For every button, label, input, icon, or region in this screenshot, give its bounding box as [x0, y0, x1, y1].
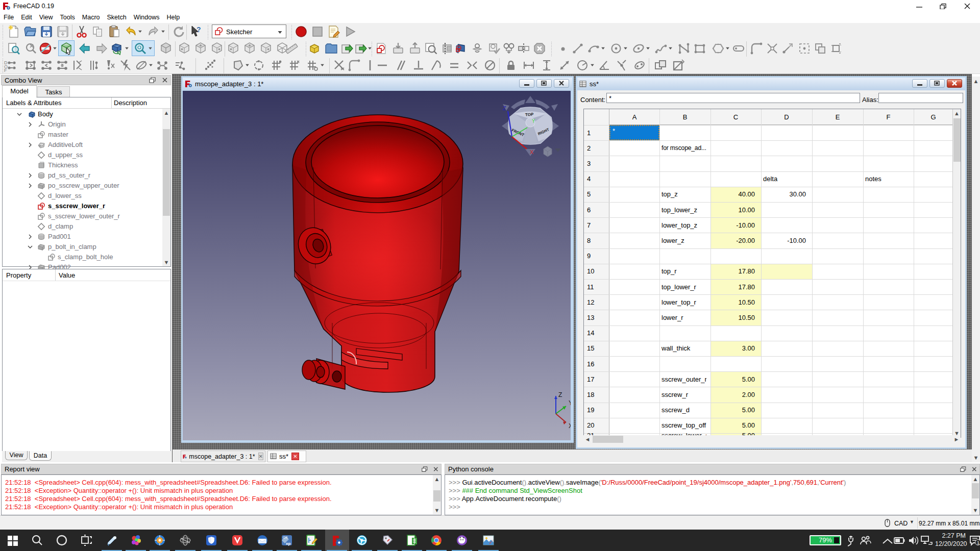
svg-text:?: ? [197, 26, 201, 34]
svg-text:X: X [530, 149, 534, 155]
svg-text:xp: xp [286, 541, 290, 546]
svg-text:Y: Y [532, 118, 535, 124]
svg-text:X: X [569, 422, 571, 430]
svg-text:TOP: TOP [525, 112, 534, 117]
svg-text:G4: G4 [283, 536, 287, 539]
svg-text:1: 1 [977, 540, 979, 545]
svg-text:F: F [4, 68, 7, 72]
svg-text:Z: Z [558, 391, 562, 398]
svg-text:Y: Y [569, 399, 571, 407]
svg-text:Z: Z [503, 105, 506, 111]
